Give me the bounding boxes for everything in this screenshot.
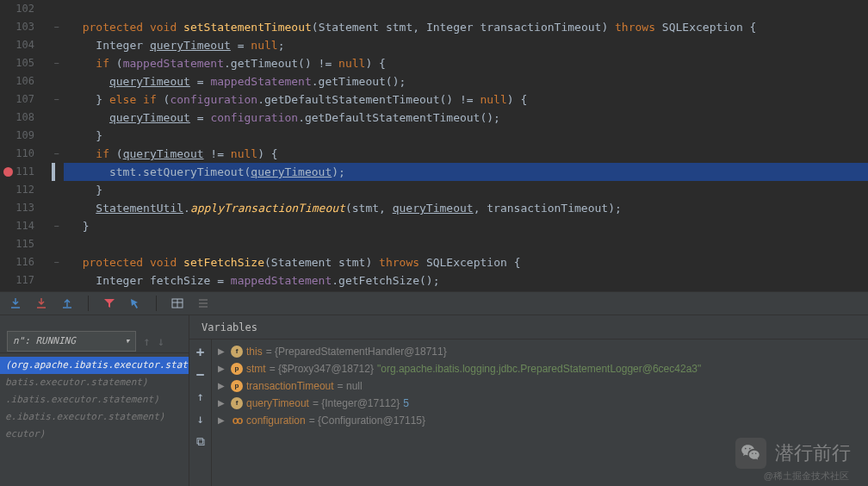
next-frame-icon[interactable]: ↓: [157, 334, 164, 348]
line-number: 109: [0, 127, 48, 145]
stack-frame[interactable]: ecutor): [0, 426, 189, 443]
var-type-icon: f: [231, 346, 243, 358]
fold-icon[interactable]: [53, 59, 60, 67]
variable-row[interactable]: ▶fthis = {PreparedStatementHandler@18711…: [215, 343, 865, 360]
var-type-icon: p: [231, 363, 243, 375]
upload-icon[interactable]: [60, 296, 74, 310]
var-number: 5: [403, 395, 409, 412]
code-line[interactable]: protected void setStatementTimeout(State…: [64, 18, 868, 36]
expand-icon[interactable]: ▶: [215, 377, 227, 395]
code-line[interactable]: }: [64, 181, 868, 199]
code-line[interactable]: StatementUtil.applyTransactionTimeout(st…: [64, 199, 868, 217]
breakpoint-icon[interactable]: [3, 167, 13, 177]
copy-icon[interactable]: ⧉: [194, 434, 208, 448]
line-number: 110: [0, 145, 48, 163]
fold-column: [52, 0, 64, 291]
expand-icon[interactable]: ▶: [215, 412, 227, 429]
frame-list[interactable]: (org.apache.ibatis.executor.statement)ba…: [0, 353, 189, 486]
frames-header: n": RUNNING ▾ ↑ ↓: [0, 315, 189, 353]
variable-row[interactable]: ▶fqueryTimeout = {Integer@17112} 5: [215, 395, 865, 412]
code-line[interactable]: protected void setFetchSize(Statement st…: [64, 253, 868, 271]
code-line[interactable]: [64, 0, 868, 18]
line-number: 105: [0, 54, 48, 72]
fold-icon[interactable]: [53, 23, 60, 31]
fold-icon[interactable]: [53, 259, 60, 266]
download-from-icon[interactable]: [9, 296, 22, 310]
var-type-icon: oo: [231, 414, 243, 427]
toolbar-separator: [156, 296, 157, 311]
line-number: 113: [0, 199, 48, 217]
code-line[interactable]: queryTimeout = mappedStatement.getTimeou…: [64, 72, 868, 90]
var-name: this: [246, 343, 263, 360]
fold-icon[interactable]: [53, 222, 60, 230]
variables-toolbar: + − ↑ ↓ ⧉: [189, 340, 212, 486]
variable-row[interactable]: ▶pstmt = {$Proxy347@18712} "org.apache.i…: [215, 360, 865, 377]
code-line[interactable]: } else if (configuration.getDefaultState…: [64, 90, 868, 109]
line-number: 107: [0, 90, 48, 109]
expand-icon[interactable]: ▶: [215, 343, 227, 360]
caret-indicator: [52, 163, 55, 181]
stack-frame[interactable]: e.ibatis.executor.statement): [0, 408, 189, 426]
remove-watch-icon[interactable]: −: [194, 367, 208, 381]
fold-icon[interactable]: [53, 150, 60, 158]
stack-frame[interactable]: (org.apache.ibatis.executor.statement): [0, 357, 189, 374]
code-line[interactable]: if (mappedStatement.getTimeout() != null…: [64, 54, 868, 72]
var-name: stmt: [246, 360, 266, 377]
line-number: 115: [0, 235, 48, 253]
var-name: configuration: [246, 412, 306, 429]
cursor-icon[interactable]: [128, 296, 142, 310]
download-to-icon[interactable]: [34, 296, 48, 310]
var-value: = null: [338, 377, 363, 395]
code-line[interactable]: queryTimeout = configuration.getDefaultS…: [64, 109, 868, 127]
var-value: = {Integer@17112}: [313, 395, 400, 412]
table-icon[interactable]: [170, 296, 184, 310]
line-number: 111: [0, 163, 48, 181]
line-number: 117: [0, 271, 48, 290]
gutter: 1021031041051061071081091101111121131141…: [0, 0, 52, 291]
dropdown-icon: ▾: [124, 335, 130, 346]
stack-frame[interactable]: .ibatis.executor.statement): [0, 391, 189, 408]
thread-selector[interactable]: n": RUNNING ▾: [7, 331, 136, 352]
expand-icon[interactable]: ▶: [215, 395, 227, 412]
add-watch-icon[interactable]: +: [194, 345, 208, 358]
toolbar-separator: [88, 296, 89, 311]
var-type-icon: p: [231, 380, 243, 392]
list-icon[interactable]: [196, 296, 210, 310]
fold-icon[interactable]: [53, 96, 60, 103]
var-value: = {$Proxy347@18712}: [270, 360, 374, 377]
line-number: 104: [0, 36, 48, 54]
var-name: transactionTimeout: [246, 377, 334, 395]
code-line[interactable]: [64, 235, 868, 253]
variables-pane: Variables + − ↑ ↓ ⧉ ▶fthis = {PreparedSt…: [189, 315, 868, 486]
up-icon[interactable]: ↑: [194, 389, 208, 403]
code-line[interactable]: Integer queryTimeout = null;: [64, 36, 868, 54]
thread-status-label: n": RUNNING: [13, 335, 76, 346]
line-number: 102: [0, 0, 48, 18]
frames-pane: n": RUNNING ▾ ↑ ↓ (org.apache.ibatis.exe…: [0, 315, 189, 486]
line-number: 106: [0, 72, 48, 90]
var-type-icon: f: [231, 397, 243, 409]
line-number: 112: [0, 181, 48, 199]
debug-panel: n": RUNNING ▾ ↑ ↓ (org.apache.ibatis.exe…: [0, 315, 868, 486]
down-icon[interactable]: ↓: [194, 412, 208, 426]
code-editor[interactable]: 1021031041051061071081091101111121131141…: [0, 0, 868, 291]
filter-icon[interactable]: [102, 296, 116, 310]
code-line[interactable]: }: [64, 127, 868, 145]
debug-toolbar: [0, 291, 868, 315]
variables-title: Variables: [202, 321, 257, 333]
line-number: 103: [0, 18, 48, 36]
expand-icon[interactable]: ▶: [215, 360, 227, 377]
variable-row[interactable]: ▶ooconfiguration = {Configuration@17115}: [215, 412, 865, 429]
stack-frame[interactable]: batis.executor.statement): [0, 374, 189, 391]
line-number: 108: [0, 109, 48, 127]
code-line[interactable]: Integer fetchSize = mappedStatement.getF…: [64, 271, 868, 290]
var-value: = {Configuration@17115}: [309, 412, 425, 429]
code-line[interactable]: if (queryTimeout != null) {: [64, 145, 868, 163]
code-line[interactable]: }: [64, 217, 868, 235]
variable-row[interactable]: ▶ptransactionTimeout = null: [215, 377, 865, 395]
code-line[interactable]: stmt.setQueryTimeout(queryTimeout);: [64, 163, 868, 181]
prev-frame-icon[interactable]: ↑: [143, 334, 150, 348]
code-area[interactable]: protected void setStatementTimeout(State…: [64, 0, 868, 291]
variable-tree[interactable]: ▶fthis = {PreparedStatementHandler@18711…: [212, 340, 868, 486]
var-name: queryTimeout: [246, 395, 309, 412]
